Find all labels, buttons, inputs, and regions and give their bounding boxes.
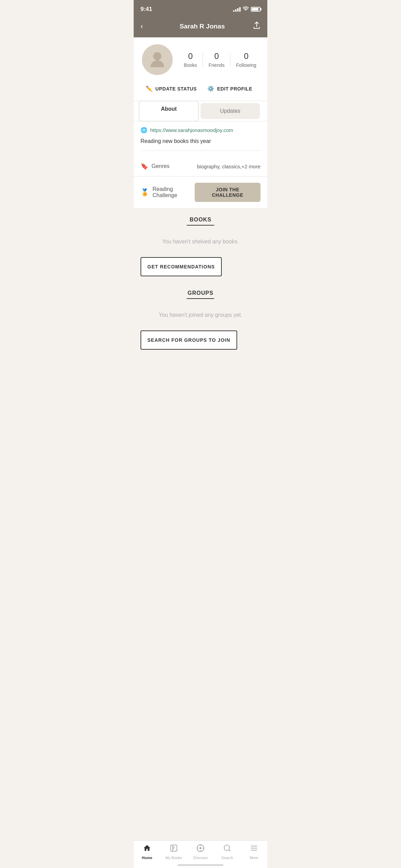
gear-icon: ⚙️ bbox=[207, 85, 215, 92]
genres-label: Genres bbox=[151, 163, 169, 169]
signal-icon bbox=[233, 7, 241, 12]
tabs-container: About Updates bbox=[134, 101, 267, 121]
groups-title: GROUPS bbox=[141, 290, 260, 296]
stats-row: 0 Books 0 Friends 0 Following bbox=[181, 51, 259, 68]
nav-header: ‹ Sarah R Jonas bbox=[134, 17, 267, 37]
books-underline bbox=[187, 225, 214, 226]
genres-left: 🔖 Genres bbox=[141, 162, 169, 170]
bookmark-icon: 🔖 bbox=[141, 162, 148, 170]
profile-url: 🌐 https://www.sarahjonasmoodjoy.com bbox=[141, 127, 260, 133]
challenge-label: Reading Challenge bbox=[153, 186, 195, 198]
challenge-left: 🏅 Reading Challenge bbox=[141, 186, 195, 198]
profile-link[interactable]: https://www.sarahjonasmoodjoy.com bbox=[150, 127, 233, 133]
friends-count: 0 bbox=[214, 51, 219, 61]
books-stat: 0 Books bbox=[184, 51, 197, 68]
books-empty-state: You haven't shelved any books. bbox=[134, 228, 267, 252]
pencil-icon: ✏️ bbox=[146, 85, 153, 92]
tab-updates[interactable]: Updates bbox=[200, 103, 260, 119]
friends-stat: 0 Friends bbox=[209, 51, 225, 68]
medal-icon: 🏅 bbox=[141, 188, 149, 196]
profile-top: 0 Books 0 Friends 0 Following bbox=[142, 44, 259, 75]
update-status-label: UPDATE STATUS bbox=[155, 86, 197, 92]
following-count: 0 bbox=[244, 51, 248, 61]
wifi-icon bbox=[243, 7, 249, 12]
groups-section-header: GROUPS bbox=[134, 282, 267, 302]
books-count: 0 bbox=[188, 51, 193, 61]
page-title: Sarah R Jonas bbox=[180, 23, 225, 30]
main-content: BOOKS You haven't shelved any books. GET… bbox=[134, 208, 267, 383]
battery-icon bbox=[251, 7, 260, 12]
stat-divider-2 bbox=[230, 53, 230, 67]
get-recommendations-button[interactable]: GET RECOMMENDATIONS bbox=[141, 257, 222, 276]
action-buttons: ✏️ UPDATE STATUS ⚙️ EDIT PROFILE bbox=[142, 82, 259, 95]
svg-point-0 bbox=[153, 52, 161, 60]
books-title: BOOKS bbox=[141, 217, 260, 223]
tabs: About Updates bbox=[139, 101, 262, 121]
reading-challenge-row: 🏅 Reading Challenge JOIN THE CHALLENGE bbox=[134, 177, 267, 208]
groups-empty-state: You haven't joined any groups yet. bbox=[134, 302, 267, 325]
avatar bbox=[142, 44, 173, 75]
globe-icon: 🌐 bbox=[141, 127, 147, 133]
join-challenge-button[interactable]: JOIN THE CHALLENGE bbox=[195, 183, 260, 202]
books-label: Books bbox=[184, 62, 197, 68]
genres-row: 🔖 Genres biography, classics,+2 more bbox=[134, 156, 267, 177]
profile-section: 0 Books 0 Friends 0 Following ✏️ UPDATE … bbox=[134, 37, 267, 101]
edit-profile-label: EDIT PROFILE bbox=[217, 86, 252, 92]
status-icons bbox=[233, 7, 260, 12]
profile-bio: Reading new books this year bbox=[141, 137, 260, 151]
status-bar: 9:41 bbox=[134, 0, 267, 17]
about-section: 🌐 https://www.sarahjonasmoodjoy.com Read… bbox=[134, 121, 267, 156]
edit-profile-button[interactable]: ⚙️ EDIT PROFILE bbox=[200, 82, 259, 95]
back-button[interactable]: ‹ bbox=[141, 22, 151, 31]
following-stat: 0 Following bbox=[236, 51, 256, 68]
tab-about[interactable]: About bbox=[139, 101, 198, 121]
share-button[interactable] bbox=[253, 21, 260, 31]
search-groups-button[interactable]: SEARCH FOR GROUPS TO JOIN bbox=[141, 330, 237, 350]
genres-value: biography, classics,+2 more bbox=[197, 164, 260, 169]
friends-label: Friends bbox=[209, 62, 225, 68]
update-status-button[interactable]: ✏️ UPDATE STATUS bbox=[142, 82, 200, 95]
groups-underline bbox=[187, 298, 214, 299]
stat-divider-1 bbox=[203, 53, 203, 67]
books-section-header: BOOKS bbox=[134, 208, 267, 228]
status-time: 9:41 bbox=[141, 6, 152, 13]
following-label: Following bbox=[236, 62, 256, 68]
